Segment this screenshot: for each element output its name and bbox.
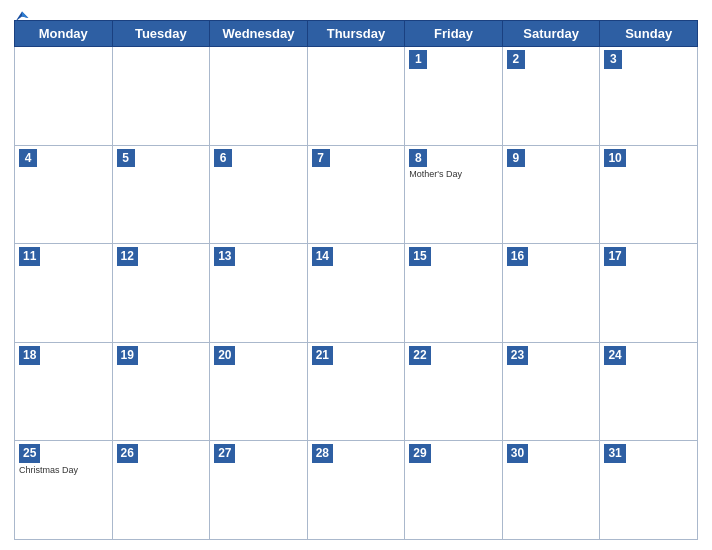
calendar-cell: 10	[600, 145, 698, 244]
day-number: 12	[117, 247, 138, 266]
calendar-cell: 31	[600, 441, 698, 540]
day-number: 26	[117, 444, 138, 463]
calendar-cell	[15, 47, 113, 146]
calendar-cell: 22	[405, 342, 503, 441]
day-number: 30	[507, 444, 528, 463]
calendar-cell: 16	[502, 244, 600, 343]
day-number: 17	[604, 247, 625, 266]
day-number: 4	[19, 149, 37, 168]
calendar-cell: 2	[502, 47, 600, 146]
day-number: 5	[117, 149, 135, 168]
column-header-saturday: Saturday	[502, 21, 600, 47]
logo	[14, 10, 31, 26]
day-number: 1	[409, 50, 427, 69]
day-number: 18	[19, 346, 40, 365]
column-header-wednesday: Wednesday	[210, 21, 308, 47]
svg-marker-1	[22, 12, 28, 18]
holiday-label: Christmas Day	[19, 465, 108, 475]
calendar-cell	[210, 47, 308, 146]
day-number: 22	[409, 346, 430, 365]
calendar-cell: 24	[600, 342, 698, 441]
calendar-cell: 27	[210, 441, 308, 540]
week-row-2: 45678Mother's Day910	[15, 145, 698, 244]
calendar-cell: 14	[307, 244, 405, 343]
calendar-cell: 1	[405, 47, 503, 146]
column-header-sunday: Sunday	[600, 21, 698, 47]
day-number: 31	[604, 444, 625, 463]
day-number: 21	[312, 346, 333, 365]
day-number: 20	[214, 346, 235, 365]
calendar-cell	[307, 47, 405, 146]
calendar-cell: 26	[112, 441, 210, 540]
day-number: 8	[409, 149, 427, 168]
day-number: 2	[507, 50, 525, 69]
holiday-label: Mother's Day	[409, 169, 498, 179]
day-number: 19	[117, 346, 138, 365]
calendar-body: 12345678Mother's Day91011121314151617181…	[15, 47, 698, 540]
calendar-cell: 7	[307, 145, 405, 244]
calendar-cell: 8Mother's Day	[405, 145, 503, 244]
week-row-3: 11121314151617	[15, 244, 698, 343]
calendar-cell: 30	[502, 441, 600, 540]
calendar-header	[14, 10, 698, 14]
calendar-cell: 3	[600, 47, 698, 146]
day-number: 23	[507, 346, 528, 365]
day-number: 14	[312, 247, 333, 266]
day-number: 9	[507, 149, 525, 168]
calendar-cell: 15	[405, 244, 503, 343]
calendar-cell: 18	[15, 342, 113, 441]
day-number: 15	[409, 247, 430, 266]
day-number: 24	[604, 346, 625, 365]
day-number: 10	[604, 149, 625, 168]
week-row-5: 25Christmas Day262728293031	[15, 441, 698, 540]
column-header-thursday: Thursday	[307, 21, 405, 47]
calendar-cell: 21	[307, 342, 405, 441]
day-number: 6	[214, 149, 232, 168]
calendar-cell: 12	[112, 244, 210, 343]
day-number: 16	[507, 247, 528, 266]
calendar-cell: 13	[210, 244, 308, 343]
day-number: 27	[214, 444, 235, 463]
calendar-cell: 6	[210, 145, 308, 244]
day-number: 3	[604, 50, 622, 69]
calendar-cell: 11	[15, 244, 113, 343]
week-row-4: 18192021222324	[15, 342, 698, 441]
calendar-cell: 4	[15, 145, 113, 244]
day-number: 29	[409, 444, 430, 463]
calendar-cell: 19	[112, 342, 210, 441]
day-number: 28	[312, 444, 333, 463]
column-header-friday: Friday	[405, 21, 503, 47]
logo-blue-text	[14, 10, 31, 26]
calendar-cell: 23	[502, 342, 600, 441]
calendar-cell: 29	[405, 441, 503, 540]
calendar-table: MondayTuesdayWednesdayThursdayFridaySatu…	[14, 20, 698, 540]
day-number: 11	[19, 247, 40, 266]
day-number: 25	[19, 444, 40, 463]
calendar-cell: 28	[307, 441, 405, 540]
calendar-cell: 25Christmas Day	[15, 441, 113, 540]
calendar-cell: 17	[600, 244, 698, 343]
calendar-cell: 20	[210, 342, 308, 441]
column-header-tuesday: Tuesday	[112, 21, 210, 47]
calendar-cell: 9	[502, 145, 600, 244]
day-number: 13	[214, 247, 235, 266]
day-number: 7	[312, 149, 330, 168]
week-row-1: 123	[15, 47, 698, 146]
calendar-cell	[112, 47, 210, 146]
logo-bird-icon	[14, 10, 30, 26]
day-headers-row: MondayTuesdayWednesdayThursdayFridaySatu…	[15, 21, 698, 47]
calendar-cell: 5	[112, 145, 210, 244]
